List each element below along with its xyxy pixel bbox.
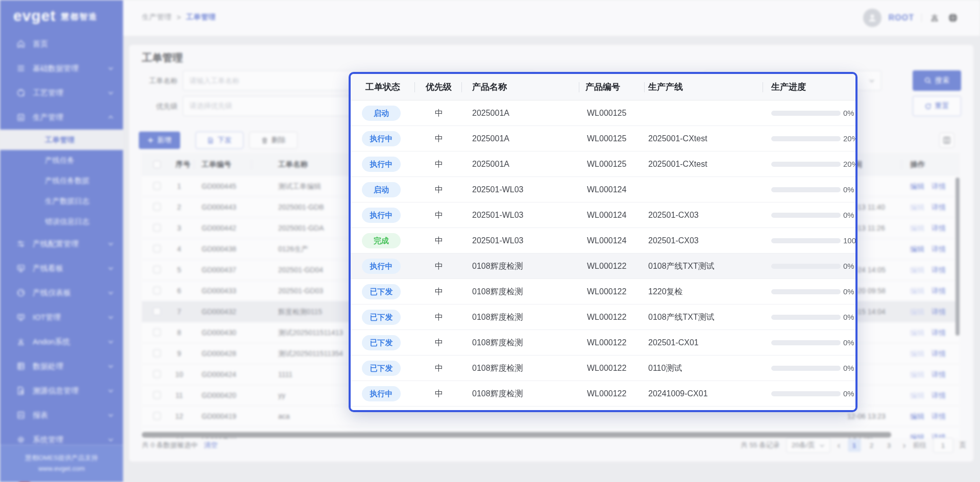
reset-button[interactable]: 重置: [913, 96, 961, 116]
row-checkbox[interactable]: [153, 349, 161, 357]
detail-link[interactable]: 详情: [932, 281, 946, 301]
product-name: 2025001A: [472, 100, 509, 126]
product-name: 2025001A: [472, 151, 509, 177]
row-checkbox[interactable]: [153, 308, 161, 315]
sidebar-item-产线仪表板[interactable]: 产线仪表板: [0, 281, 123, 305]
edit-link[interactable]: 编辑: [910, 176, 924, 197]
sidebar-item-溯源信息管理[interactable]: 溯源信息管理: [0, 378, 123, 403]
issue-button[interactable]: 下发: [195, 132, 243, 149]
row-checkbox[interactable]: [153, 328, 161, 336]
row-checkbox[interactable]: [153, 370, 161, 378]
sidebar-subitem-生产数据日志[interactable]: 生产数据日志: [0, 191, 123, 211]
sidebar-item-产线看板[interactable]: 产线看板: [0, 256, 123, 281]
detail-link[interactable]: 详情: [932, 197, 946, 218]
edit-link[interactable]: 编辑: [910, 406, 924, 427]
detail-link[interactable]: 详情: [932, 364, 946, 385]
row-checkbox[interactable]: [153, 266, 161, 273]
row-checkbox[interactable]: [153, 203, 161, 211]
row-name: 2025001-GDB: [278, 197, 324, 218]
sidebar-subitem-错误信息日志[interactable]: 错误信息日志: [0, 211, 123, 232]
sidebar: evget 慧都智造 首页基础数据管理工艺管理生产管理工单管理产线任务产线任务数…: [0, 0, 123, 482]
progress-label: 0%: [843, 305, 854, 330]
page-number-1[interactable]: 1: [848, 439, 861, 452]
progress-label: 0%: [843, 330, 854, 356]
edit-link[interactable]: 编辑: [910, 301, 924, 322]
row-checkbox[interactable]: [153, 391, 161, 399]
product-code: WL000125: [587, 100, 626, 126]
product-name: 202501-WL03: [472, 177, 524, 202]
chevron-down-icon: [108, 388, 114, 394]
sidebar-item-产线配置管理[interactable]: 产线配置管理: [0, 232, 123, 256]
detail-link[interactable]: 详情: [932, 218, 946, 239]
row-checkbox[interactable]: [153, 224, 161, 232]
sidebar-item-数据处理[interactable]: 数据处理: [0, 354, 123, 378]
sidebar-item-基础数据管理[interactable]: 基础数据管理: [0, 56, 123, 81]
prev-page-button[interactable]: ‹: [837, 440, 842, 451]
detail-link[interactable]: 详情: [932, 260, 946, 281]
sidebar-item-IOT管理[interactable]: IOT管理: [0, 305, 123, 329]
edit-link[interactable]: 编辑: [910, 364, 924, 385]
column-settings-button[interactable]: [939, 133, 954, 148]
page-number-2[interactable]: 2: [865, 439, 878, 452]
edit-link[interactable]: 编辑: [910, 197, 924, 218]
sidebar-item-工艺管理[interactable]: 工艺管理: [0, 81, 123, 105]
detail-link[interactable]: 详情: [932, 406, 946, 427]
sidebar-subitem-产线任务数据[interactable]: 产线任务数据: [0, 170, 123, 191]
avatar[interactable]: [863, 9, 881, 27]
edit-link[interactable]: 编辑: [910, 281, 924, 301]
detail-link[interactable]: 详情: [932, 427, 946, 439]
horizontal-scrollbar[interactable]: [142, 432, 891, 438]
andon-alert-icon[interactable]: [929, 12, 940, 23]
row-checkbox[interactable]: [153, 412, 161, 420]
sidebar-item-生产管理[interactable]: 生产管理: [0, 105, 123, 130]
edit-link[interactable]: 编辑: [910, 343, 924, 364]
delete-button[interactable]: 删除: [249, 132, 298, 149]
detail-link[interactable]: 详情: [932, 322, 946, 343]
clear-selection-link[interactable]: 清空: [204, 441, 218, 450]
detail-link[interactable]: 详情: [932, 301, 946, 322]
progress-label: 0%: [843, 253, 854, 279]
sidebar-subitem-工单管理[interactable]: 工单管理: [0, 130, 123, 150]
page-size-select[interactable]: 20条/页: [786, 438, 830, 453]
focus-row: 执行中中2025001AWL0001252025001-CXtest20%: [351, 151, 855, 177]
andon-icon: [16, 337, 26, 346]
goto-page-input[interactable]: [933, 438, 953, 453]
edit-link[interactable]: 编辑: [910, 218, 924, 239]
row-checkbox[interactable]: [153, 245, 161, 252]
status-badge: 启动: [362, 412, 401, 412]
breadcrumb-parent[interactable]: 生产管理: [142, 12, 172, 22]
detail-link[interactable]: 详情: [932, 176, 946, 197]
sidebar-item-Andon系统[interactable]: Andon系统: [0, 329, 123, 354]
row-checkbox[interactable]: [153, 287, 161, 294]
detail-link[interactable]: 详情: [932, 385, 946, 406]
edit-link[interactable]: 编辑: [910, 385, 924, 406]
status-badge: 执行中: [362, 208, 401, 223]
list-icon: [16, 64, 26, 73]
sidebar-subitem-产线任务[interactable]: 产线任务: [0, 150, 123, 170]
vertical-scrollbar[interactable]: [955, 177, 960, 336]
total-records: 共 55 条记录: [741, 441, 780, 450]
next-page-button[interactable]: ›: [902, 440, 907, 451]
footer-website-link[interactable]: www.evget.com: [0, 463, 123, 474]
edit-link[interactable]: 编辑: [910, 260, 924, 281]
detail-link[interactable]: 详情: [932, 239, 946, 260]
add-button[interactable]: 新增: [139, 132, 180, 149]
sidebar-item-报表[interactable]: 报表: [0, 403, 123, 427]
edit-link[interactable]: 编辑: [910, 427, 924, 439]
edit-link[interactable]: 编辑: [910, 322, 924, 343]
sidebar-item-首页[interactable]: 首页: [0, 32, 123, 56]
progress-label: 100%: [843, 228, 857, 253]
username[interactable]: ROOT: [889, 13, 914, 22]
edit-link[interactable]: 编辑: [910, 239, 924, 260]
row-checkbox[interactable]: [153, 182, 161, 190]
detail-link[interactable]: 详情: [932, 343, 946, 364]
breadcrumb-current[interactable]: 工单管理: [186, 12, 215, 22]
product-code: WL000124: [587, 177, 626, 202]
select-all-checkbox[interactable]: [153, 161, 161, 168]
row-seq: 9: [172, 343, 187, 364]
row-code: GD000432: [202, 301, 236, 322]
page-number-3[interactable]: 3: [883, 439, 896, 452]
language-globe-icon[interactable]: [947, 12, 959, 23]
search-button[interactable]: 搜索: [913, 70, 961, 91]
row-name: 2025001-GDA: [278, 218, 324, 239]
